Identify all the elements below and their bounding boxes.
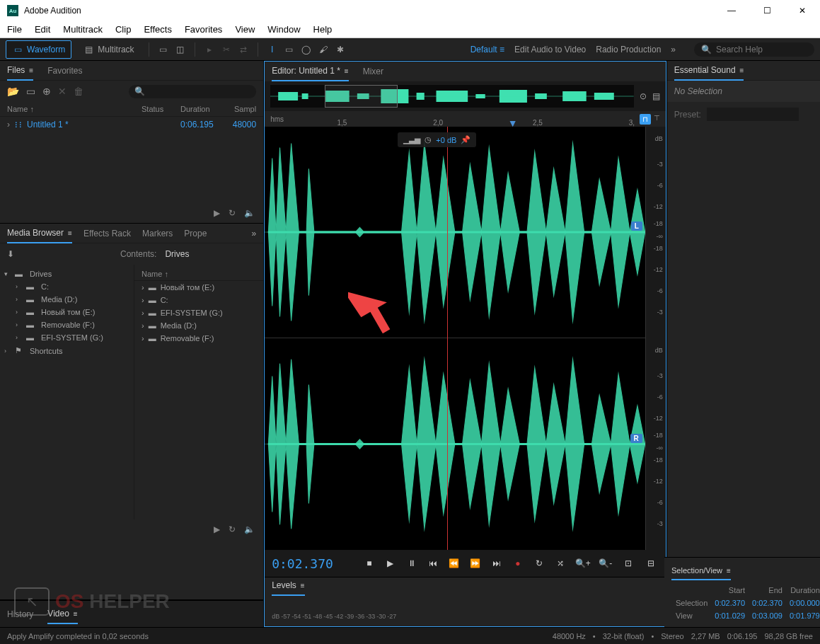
tree-item[interactable]: ▾▬Drives (0, 268, 134, 280)
col-status[interactable]: Status (142, 105, 180, 113)
sel-start[interactable]: 0:02.370 (712, 597, 748, 609)
waveform-display[interactable]: L R ▁▃▅ ◷ +0 dB (265, 127, 666, 550)
preset-input[interactable] (707, 108, 799, 121)
tab-selection-view[interactable]: Selection/View≡ (671, 562, 731, 580)
list-item[interactable]: ›▬Media (D:) (134, 319, 263, 332)
tab-files[interactable]: Files≡ (7, 61, 33, 81)
auto-play-icon[interactable]: 🔈 (244, 208, 255, 218)
open-file-icon[interactable]: 📂 (7, 86, 19, 97)
view-mode-icon[interactable]: ▤ (652, 91, 660, 101)
record-button[interactable]: ● (510, 556, 526, 571)
tab-effects-rack[interactable]: Effects Rack (83, 224, 131, 243)
overview-navigator[interactable]: ⊙ ▤ (265, 81, 666, 111)
tab-favorites[interactable]: Favorites (47, 62, 82, 80)
zoom-fit-icon[interactable]: ⊙ (640, 91, 647, 101)
menu-favorites[interactable]: Favorites (185, 24, 222, 35)
hud-db-value[interactable]: +0 dB (436, 136, 456, 144)
view-end[interactable]: 0:03.009 (749, 610, 785, 621)
import-icon[interactable]: ⬇ (7, 249, 14, 259)
sel-dur[interactable]: 0:00.000 (787, 597, 820, 609)
tab-media-browser[interactable]: Media Browser≡ (7, 224, 72, 243)
workspace-more[interactable]: » (671, 45, 676, 54)
marquee-tool-icon[interactable]: ▭ (284, 44, 295, 55)
file-row[interactable]: ›⫶⫶Untitled 1 * 0:06.195 48000 (0, 117, 263, 132)
waveform-view-button[interactable]: ▭ Waveform (6, 40, 71, 59)
zoom-out-icon[interactable]: 🔍- (598, 556, 613, 571)
play-icon[interactable]: ▶ (214, 208, 220, 218)
zoom-selection-icon[interactable]: ⊟ (643, 556, 659, 571)
zoom-in-icon[interactable]: 🔍+ (575, 556, 591, 571)
view-dur[interactable]: 0:01.979 (787, 610, 820, 621)
marker-icon[interactable]: ⊤ (654, 114, 660, 125)
tab-video[interactable]: Video≡ (47, 604, 77, 624)
loop-icon[interactable]: ↻ (229, 208, 236, 218)
rewind-button[interactable]: ⏪ (446, 556, 462, 571)
sel-end[interactable]: 0:02.370 (749, 597, 785, 609)
list-item[interactable]: ›▬EFI-SYSTEM (G:) (134, 306, 263, 319)
levels-meter[interactable]: dB -57 -54 -51 -48 -45 -42 -39 -36 -33 -… (265, 594, 666, 623)
more-tabs-icon[interactable]: » (251, 229, 256, 238)
tree-item[interactable]: ›▬EFI-SYSTEM (G:) (0, 331, 134, 344)
stop-button[interactable]: ■ (362, 556, 377, 571)
menu-file[interactable]: File (7, 24, 22, 35)
pause-button[interactable]: ⏸ (404, 556, 420, 571)
menu-multitrack[interactable]: Multitrack (63, 24, 103, 35)
snap-toggle[interactable]: ⊓ (640, 114, 651, 125)
tree-item[interactable]: ›⚑Shortcuts (0, 344, 134, 357)
help-search-input[interactable] (716, 45, 807, 54)
col-duration[interactable]: Duration (180, 105, 230, 113)
list-item[interactable]: ›▬Новый том (E:) (134, 281, 263, 294)
tree-item[interactable]: ›▬Removable (F:) (0, 318, 134, 331)
slip-tool-icon[interactable]: ⇄ (238, 44, 249, 55)
auto-play-icon[interactable]: 🔈 (244, 524, 255, 534)
go-to-start-button[interactable]: ⏮ (425, 556, 441, 571)
spectral-toggle-icon[interactable]: ◫ (175, 44, 186, 55)
menu-help[interactable]: Help (313, 24, 333, 35)
new-file-icon[interactable]: ▭ (26, 86, 35, 97)
multitrack-view-button[interactable]: ▤ Multitrack (77, 41, 139, 58)
workspace-edit-audio[interactable]: Edit Audio to Video (514, 45, 586, 54)
heal-tool-icon[interactable]: ✱ (335, 44, 346, 55)
tab-markers[interactable]: Markers (142, 224, 173, 243)
playhead[interactable] (447, 127, 448, 550)
files-filter[interactable]: 🔍 (129, 85, 256, 98)
menu-view[interactable]: View (235, 24, 255, 35)
loop-icon[interactable]: ↻ (229, 524, 236, 534)
list-item[interactable]: ›▬C: (134, 294, 263, 306)
tab-mixer[interactable]: Mixer (363, 62, 383, 81)
close-button[interactable]: ✕ (792, 6, 813, 16)
tab-essential-sound[interactable]: Essential Sound≡ (674, 61, 744, 81)
lasso-tool-icon[interactable]: ◯ (301, 44, 312, 55)
tree-item[interactable]: ›▬Новый том (E:) (0, 306, 134, 318)
tree-item[interactable]: ›▬C: (0, 280, 134, 293)
menu-window[interactable]: Window (267, 24, 300, 35)
time-ruler[interactable]: hms 1,5 2,0 2,5 3, ▼ ⊓ ⊤ (265, 111, 666, 127)
go-to-end-button[interactable]: ⏭ (489, 556, 504, 571)
col-name[interactable]: Name ↑ (7, 105, 142, 113)
tab-properties[interactable]: Prope (184, 224, 207, 243)
time-display[interactable]: 0:02.370 (272, 556, 333, 571)
list-item[interactable]: ›▬Removable (F:) (134, 332, 263, 345)
maximize-button[interactable]: ☐ (756, 6, 778, 16)
workspace-selector[interactable]: Default ≡ (470, 45, 504, 54)
forward-button[interactable]: ⏩ (468, 556, 483, 571)
brush-tool-icon[interactable]: 🖌 (318, 44, 329, 55)
insert-icon[interactable]: ⊕ (42, 86, 51, 97)
list-header-name[interactable]: Name ↑ (134, 268, 263, 281)
tree-item[interactable]: ›▬Media (D:) (0, 293, 134, 306)
menu-clip[interactable]: Clip (115, 24, 131, 35)
minimize-button[interactable]: — (721, 6, 742, 16)
help-search[interactable]: 🔍 (694, 42, 814, 57)
volume-hud[interactable]: ▁▃▅ ◷ +0 dB 📌 (398, 132, 476, 147)
col-sample[interactable]: Sampl (230, 105, 256, 113)
close-file-icon[interactable]: ✕ (58, 86, 67, 97)
menu-effects[interactable]: Effects (144, 24, 172, 35)
tab-history[interactable]: History (7, 605, 33, 623)
files-filter-input[interactable] (145, 86, 250, 97)
menu-edit[interactable]: Edit (35, 24, 50, 35)
hud-toggle-icon[interactable]: ▭ (158, 44, 169, 55)
zoom-full-icon[interactable]: ⊡ (620, 556, 636, 571)
delete-icon[interactable]: 🗑 (74, 86, 83, 97)
time-selection-tool-icon[interactable]: I (267, 44, 278, 55)
loop-button[interactable]: ↻ (531, 556, 547, 571)
